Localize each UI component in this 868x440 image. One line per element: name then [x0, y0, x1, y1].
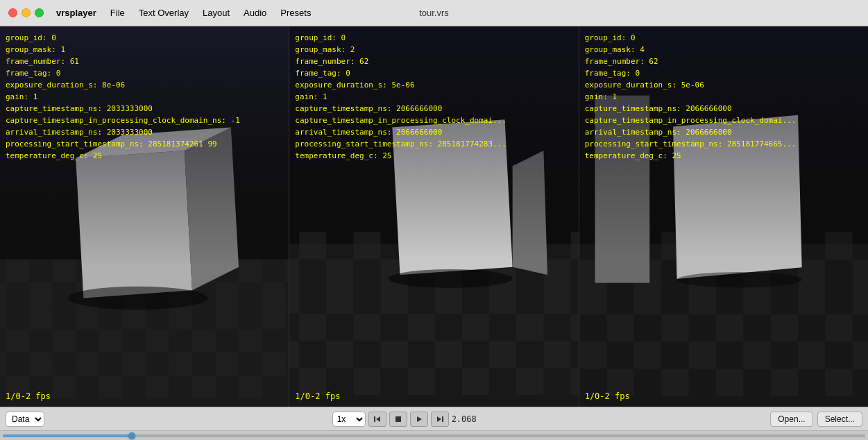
svg-rect-99 — [798, 260, 825, 287]
svg-rect-51 — [327, 260, 354, 287]
video-scene-1 — [0, 26, 289, 407]
svg-rect-101 — [852, 260, 868, 287]
close-button[interactable] — [8, 8, 17, 17]
svg-rect-104 — [633, 287, 661, 314]
menu-item-audio[interactable]: Audio — [237, 6, 273, 19]
svg-rect-71 — [544, 287, 571, 314]
svg-rect-16 — [0, 306, 6, 330]
minimize-button[interactable] — [22, 8, 31, 17]
svg-rect-130 — [395, 416, 401, 422]
svg-rect-30 — [6, 375, 30, 399]
main-content: group_id: 0 group_mask: 1 frame_number: … — [0, 26, 868, 440]
svg-rect-110 — [798, 287, 825, 314]
svg-rect-80 — [462, 368, 489, 395]
svg-rect-28 — [262, 306, 286, 330]
svg-rect-2 — [0, 282, 6, 306]
transport-controls: 1x 2x 0.5x 2.068 — [332, 412, 483, 427]
svg-rect-118 — [716, 369, 743, 396]
svg-rect-114 — [606, 369, 633, 396]
svg-rect-123 — [852, 341, 868, 369]
svg-rect-108 — [743, 287, 770, 314]
progress-area[interactable] — [0, 430, 868, 440]
svg-rect-127 — [579, 26, 868, 260]
menu-item-file[interactable]: File — [103, 6, 132, 19]
svg-rect-69 — [489, 287, 516, 314]
video-panel-3: group_id: 0 group_mask: 4 frame_number: … — [579, 26, 868, 407]
svg-rect-36 — [146, 375, 169, 399]
svg-rect-107 — [716, 314, 743, 341]
window-title: tour.vrs — [419, 8, 449, 18]
svg-rect-24 — [169, 306, 192, 330]
svg-rect-68 — [462, 314, 489, 341]
open-button[interactable]: Open... — [770, 412, 812, 427]
svg-rect-81 — [489, 341, 516, 368]
progress-fill — [3, 434, 132, 437]
svg-rect-88 — [289, 26, 578, 260]
svg-rect-32 — [53, 375, 76, 399]
svg-rect-29 — [0, 353, 6, 376]
select-button[interactable]: Select... — [817, 412, 862, 427]
skip-end-button[interactable] — [431, 412, 449, 427]
svg-rect-117 — [688, 341, 715, 369]
svg-rect-23 — [146, 329, 169, 353]
svg-rect-12 — [215, 282, 239, 306]
svg-rect-79 — [435, 341, 462, 368]
progress-thumb[interactable] — [128, 432, 135, 439]
svg-rect-72 — [571, 314, 579, 341]
video-scene-2 — [289, 26, 578, 407]
svg-point-87 — [389, 269, 513, 288]
svg-marker-128 — [376, 416, 380, 422]
svg-rect-65 — [381, 287, 408, 314]
svg-rect-75 — [327, 341, 354, 368]
maximize-button[interactable] — [35, 8, 44, 17]
svg-rect-103 — [606, 314, 633, 341]
svg-rect-111 — [825, 314, 852, 341]
skip-start-button[interactable] — [368, 412, 386, 427]
svg-marker-132 — [437, 416, 441, 422]
menu-item-layout[interactable]: Layout — [196, 6, 237, 19]
svg-rect-34 — [99, 375, 123, 399]
svg-rect-83 — [544, 341, 571, 368]
svg-rect-41 — [262, 353, 286, 376]
progress-track[interactable] — [3, 434, 865, 437]
svg-rect-113 — [579, 341, 606, 369]
play-button[interactable] — [410, 412, 428, 427]
svg-rect-115 — [633, 341, 661, 369]
video-scene-3 — [579, 26, 868, 407]
svg-rect-77 — [381, 341, 408, 368]
data-select[interactable]: Data — [6, 412, 44, 427]
stop-button[interactable] — [389, 412, 407, 427]
svg-rect-62 — [299, 314, 326, 341]
svg-rect-84 — [571, 368, 579, 395]
menu-bar: vrsplayer File Text Overlay Layout Audio… — [44, 6, 318, 19]
svg-point-45 — [68, 287, 207, 310]
svg-rect-109 — [770, 314, 797, 341]
svg-rect-64 — [354, 314, 381, 341]
svg-rect-37 — [169, 353, 192, 376]
menu-item-text-overlay[interactable]: Text Overlay — [132, 6, 196, 19]
svg-rect-4 — [29, 282, 53, 306]
titlebar: vrsplayer File Text Overlay Layout Audio… — [0, 0, 868, 26]
svg-rect-133 — [442, 416, 443, 422]
svg-rect-76 — [354, 368, 381, 395]
svg-rect-116 — [661, 369, 688, 396]
svg-rect-14 — [262, 282, 286, 306]
svg-rect-74 — [299, 368, 326, 395]
speed-select[interactable]: 1x 2x 0.5x — [332, 412, 366, 427]
svg-rect-82 — [517, 368, 544, 395]
svg-rect-49 — [289, 260, 299, 287]
svg-rect-66 — [408, 314, 435, 341]
svg-rect-46 — [0, 26, 289, 267]
svg-rect-105 — [661, 314, 688, 341]
svg-point-126 — [676, 272, 801, 288]
svg-rect-61 — [289, 287, 299, 314]
svg-rect-78 — [408, 368, 435, 395]
svg-rect-27 — [239, 329, 262, 353]
menu-item-app[interactable]: vrsplayer — [49, 6, 103, 19]
svg-rect-67 — [435, 287, 462, 314]
svg-rect-25 — [192, 329, 216, 353]
menu-item-presets[interactable]: Presets — [273, 6, 318, 19]
svg-rect-121 — [798, 341, 825, 369]
bottom-toolbar: Data 1x 2x 0.5x 2 — [0, 407, 868, 430]
svg-rect-18 — [29, 306, 53, 330]
